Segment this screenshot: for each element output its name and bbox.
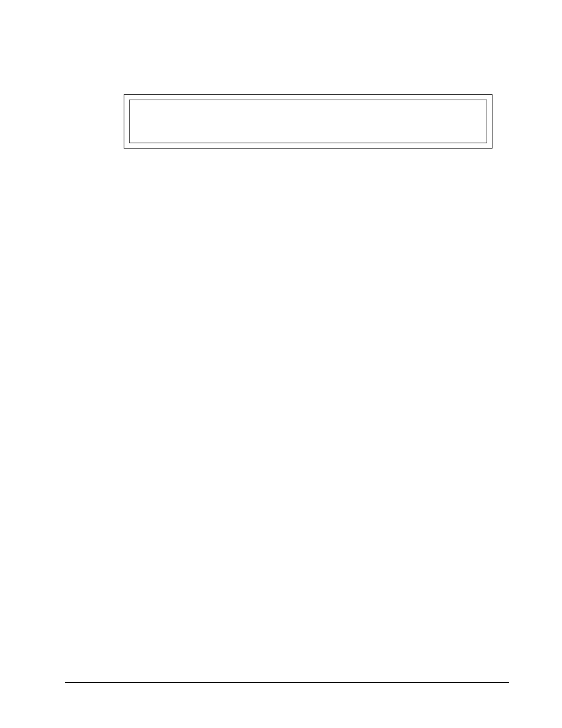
inner-framed-box bbox=[129, 100, 487, 143]
footer-horizontal-rule bbox=[65, 682, 509, 683]
outer-framed-box bbox=[124, 94, 492, 149]
document-page bbox=[0, 0, 562, 728]
